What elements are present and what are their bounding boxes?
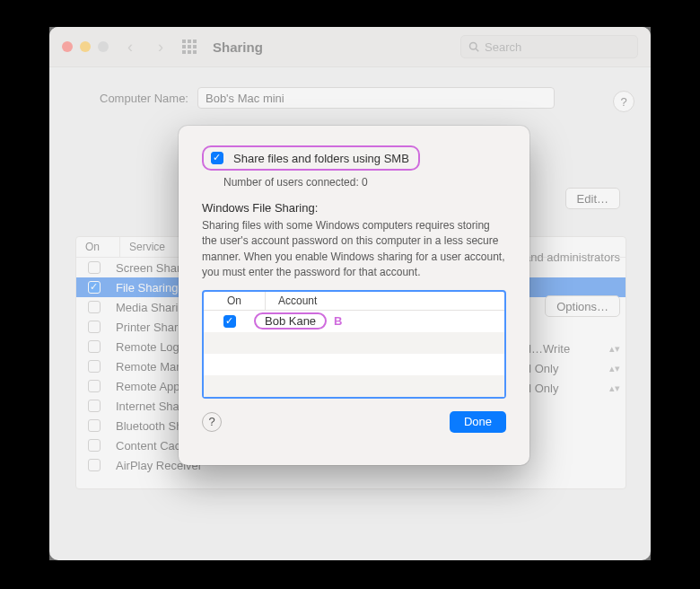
wfs-description: Sharing files with some Windows computer… xyxy=(202,218,506,281)
accounts-table: On Account Bob Kane B xyxy=(202,290,506,399)
accounts-col-account: Account xyxy=(266,292,504,310)
smb-highlight: Share files and folders using SMB xyxy=(202,145,420,171)
account-row-empty xyxy=(204,332,504,354)
wfs-title: Windows File Sharing: xyxy=(202,201,506,215)
connected-count: Number of users connected: 0 xyxy=(223,176,506,189)
accounts-col-on: On xyxy=(204,292,266,310)
account-row-empty xyxy=(204,354,504,375)
account-name: Bob Kane xyxy=(265,314,316,328)
smb-label: Share files and folders using SMB xyxy=(233,152,409,165)
account-name-highlight: Bob Kane xyxy=(254,312,327,330)
sharing-prefs-window: ‹ › Sharing Search Computer Name: Bob's … xyxy=(49,27,651,560)
done-button[interactable]: Done xyxy=(450,411,506,433)
account-row[interactable]: Bob Kane B xyxy=(204,311,504,332)
smb-options-sheet: Share files and folders using SMB Number… xyxy=(179,126,529,465)
account-on-checkbox[interactable] xyxy=(223,315,236,328)
account-row-empty xyxy=(204,375,504,397)
annotation-b: B xyxy=(334,314,342,328)
sheet-help-button[interactable]: ? xyxy=(202,412,222,432)
smb-checkbox[interactable] xyxy=(211,152,223,164)
